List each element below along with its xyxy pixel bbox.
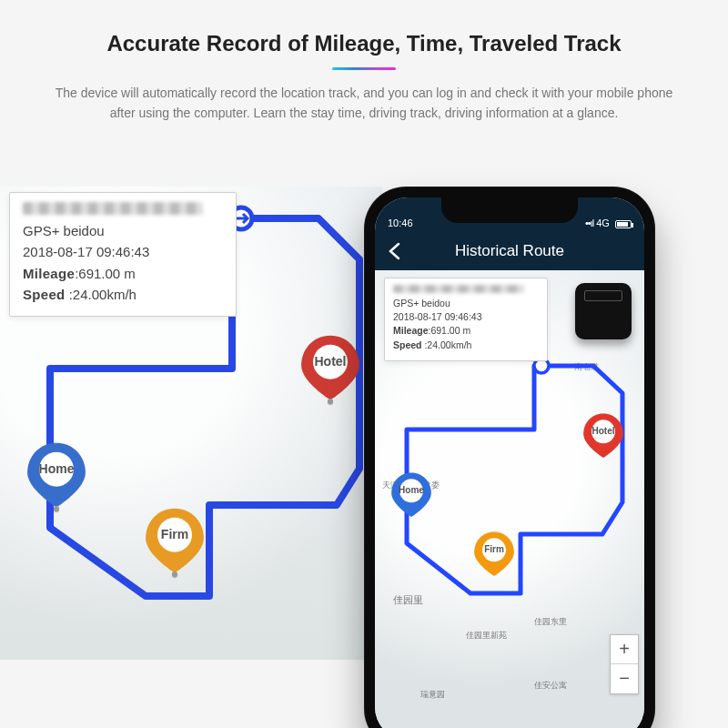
tracking-info-card-phone: GPS+ beidou 2018-08-17 09:46:43 Mileage:…	[384, 278, 548, 361]
positioning-row: GPS+ beidou	[23, 220, 223, 241]
page-description: The device will automatically record the…	[46, 83, 682, 124]
phone-notch	[441, 197, 578, 223]
pin-home-label: Home	[39, 461, 75, 476]
speed-row: Speed :24.00km/h	[393, 339, 539, 352]
status-time: 10:46	[388, 217, 413, 228]
page-title: Accurate Record of Mileage, Time, Travel…	[0, 31, 728, 56]
pin-firm-phone: Firm	[470, 530, 518, 577]
zoom-in-button[interactable]: +	[611, 635, 638, 664]
pin-hotel-label: Hotel	[315, 354, 347, 369]
app-bar: Historical Route	[375, 232, 644, 270]
status-network: ••ıl 4G	[585, 217, 632, 228]
battery-icon	[615, 220, 632, 228]
speed-row: Speed :24.00km/h	[23, 284, 223, 305]
mileage-row: Mileage:691.00 m	[393, 324, 539, 338]
pin-label: Home	[399, 485, 424, 495]
back-button[interactable]	[375, 232, 413, 270]
mileage-row: Mileage:691.00 m	[23, 263, 223, 284]
timestamp-row: 2018-08-17 09:46:43	[393, 310, 539, 324]
zoom-control: + −	[610, 634, 639, 694]
pin-label: Hotel	[592, 426, 615, 436]
blurred-heading	[393, 285, 524, 293]
pin-firm: Firm	[140, 505, 209, 574]
phone-screen: 10:46 ••ıl 4G Historical Route 南仓道 天津市人大…	[375, 197, 644, 728]
map-panel-large: GPS+ beidou 2018-08-17 09:46:43 Mileage:…	[0, 187, 382, 660]
pin-hotel: Hotel	[296, 332, 365, 401]
pin-firm-label: Firm	[161, 527, 188, 541]
pin-home: Home	[22, 440, 91, 509]
positioning-row: GPS+ beidou	[393, 297, 539, 310]
zoom-out-button[interactable]: −	[611, 664, 638, 693]
chevron-left-icon	[388, 242, 400, 260]
accent-underline	[332, 67, 396, 70]
timestamp-row: 2018-08-17 09:46:43	[23, 241, 223, 262]
pin-home-phone: Home	[388, 470, 435, 518]
phone-frame: 10:46 ••ıl 4G Historical Route 南仓道 天津市人大…	[364, 187, 655, 728]
tracking-info-card: GPS+ beidou 2018-08-17 09:46:43 Mileage:…	[9, 192, 237, 317]
pin-label: Firm	[484, 544, 504, 554]
blurred-heading	[23, 202, 203, 215]
map-panel-phone[interactable]: 南仓道 天津市人大常委 佳园里 佳园里新苑 佳园东里 瑞意园 佳安公寓 GPS+…	[375, 270, 644, 728]
pin-hotel-phone: Hotel	[580, 411, 627, 459]
app-bar-title: Historical Route	[413, 242, 644, 260]
tracker-device-image	[575, 283, 632, 339]
